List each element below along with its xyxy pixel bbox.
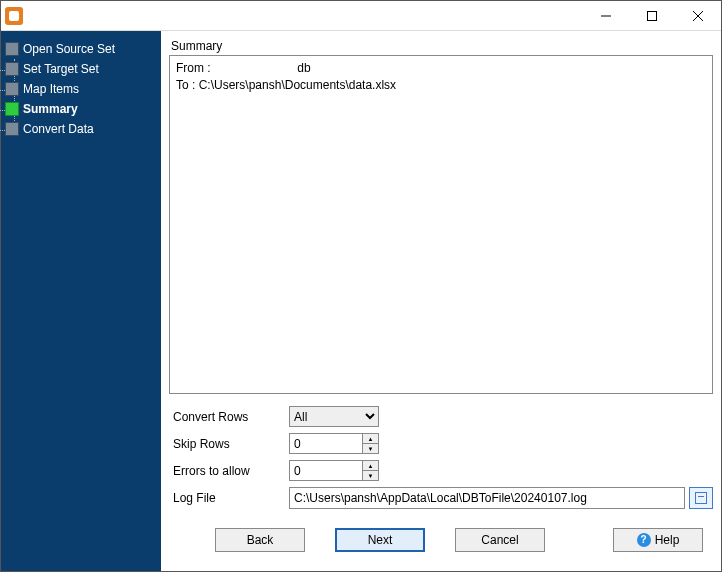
summary-from-label: From : xyxy=(176,61,211,75)
convert-rows-label: Convert Rows xyxy=(169,410,289,424)
skip-rows-input[interactable] xyxy=(290,434,362,453)
skip-rows-stepper[interactable]: ▲ ▼ xyxy=(289,433,379,454)
wizard-button-bar: Back Next Cancel ? Help xyxy=(169,515,713,563)
browse-icon xyxy=(695,492,707,504)
options-form: Convert Rows All Skip Rows ▲ xyxy=(169,406,713,515)
errors-allow-stepper[interactable]: ▲ ▼ xyxy=(289,460,379,481)
minimize-button[interactable] xyxy=(583,1,629,31)
spinner-up-icon[interactable]: ▲ xyxy=(363,461,378,471)
app-icon xyxy=(5,7,23,25)
log-file-input[interactable] xyxy=(289,487,685,509)
spinner-up-icon[interactable]: ▲ xyxy=(363,434,378,444)
step-icon xyxy=(5,82,19,96)
help-icon: ? xyxy=(637,533,651,547)
sidebar-item-label: Set Target Set xyxy=(23,62,99,76)
errors-allow-input[interactable] xyxy=(290,461,362,480)
wizard-sidebar: Open Source Set Set Target Set xyxy=(1,31,161,571)
sidebar-item-open-source-set[interactable]: Open Source Set xyxy=(5,39,157,59)
close-button[interactable] xyxy=(675,1,721,31)
sidebar-item-label: Map Items xyxy=(23,82,79,96)
sidebar-item-convert-data[interactable]: Convert Data xyxy=(5,119,157,139)
summary-heading: Summary xyxy=(169,39,713,53)
errors-allow-label: Errors to allow xyxy=(169,464,289,478)
step-icon-active xyxy=(5,102,19,116)
sidebar-item-label: Convert Data xyxy=(23,122,94,136)
sidebar-item-summary[interactable]: Summary xyxy=(5,99,157,119)
summary-textbox[interactable]: From : dbTo : C:\Users\pansh\Documents\d… xyxy=(169,55,713,394)
browse-log-file-button[interactable] xyxy=(689,487,713,509)
step-icon xyxy=(5,42,19,56)
convert-rows-select[interactable]: All xyxy=(289,406,379,427)
skip-rows-label: Skip Rows xyxy=(169,437,289,451)
step-icon xyxy=(5,122,19,136)
summary-from-value: db xyxy=(297,61,310,75)
titlebar xyxy=(1,1,721,31)
spinner-down-icon[interactable]: ▼ xyxy=(363,444,378,453)
sidebar-item-label: Open Source Set xyxy=(23,42,115,56)
cancel-button[interactable]: Cancel xyxy=(455,528,545,552)
step-icon xyxy=(5,62,19,76)
sidebar-item-map-items[interactable]: Map Items xyxy=(5,79,157,99)
main-panel: Summary From : dbTo : C:\Users\pansh\Doc… xyxy=(161,31,721,571)
sidebar-item-label: Summary xyxy=(23,102,78,116)
spinner-down-icon[interactable]: ▼ xyxy=(363,471,378,480)
log-file-label: Log File xyxy=(169,491,289,505)
summary-to-line: To : C:\Users\pansh\Documents\data.xlsx xyxy=(176,77,706,94)
maximize-button[interactable] xyxy=(629,1,675,31)
app-window: Open Source Set Set Target Set xyxy=(0,0,722,572)
next-button[interactable]: Next xyxy=(335,528,425,552)
help-button[interactable]: ? Help xyxy=(613,528,703,552)
svg-rect-1 xyxy=(648,11,657,20)
sidebar-item-set-target-set[interactable]: Set Target Set xyxy=(5,59,157,79)
back-button[interactable]: Back xyxy=(215,528,305,552)
